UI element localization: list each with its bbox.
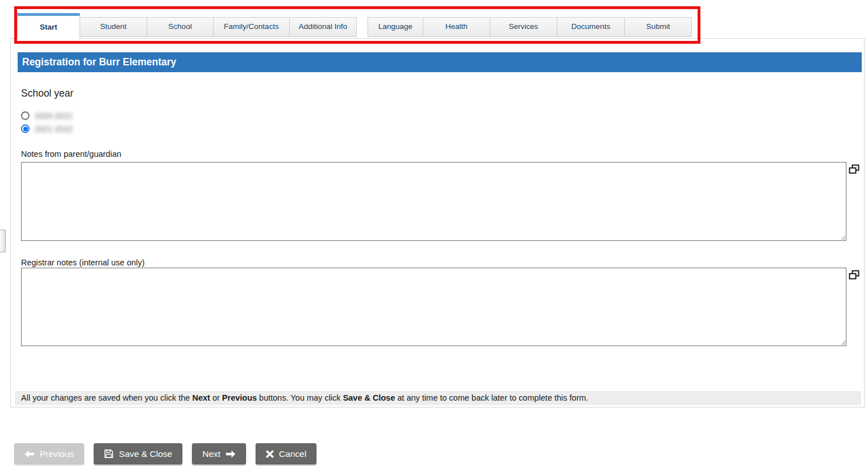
- school-year-label: School year: [21, 88, 73, 99]
- tab-services-label: Services: [509, 22, 539, 31]
- tab-submit[interactable]: Submit: [624, 17, 692, 37]
- form-title-bar: Registration for Burr Elementary: [18, 52, 862, 72]
- cancel-button[interactable]: Cancel: [256, 443, 316, 464]
- tab-language[interactable]: Language: [368, 17, 423, 37]
- previous-button-label: Previous: [40, 449, 74, 459]
- side-panel-handle[interactable]: [0, 230, 6, 252]
- tab-bar: Start Student School Family/Contacts Add…: [17, 13, 692, 39]
- form-title: Registration for Burr Elementary: [22, 56, 176, 68]
- school-year-option-2: 2021-2022: [21, 124, 73, 134]
- cancel-button-label: Cancel: [279, 449, 306, 459]
- tab-documents-label: Documents: [571, 22, 610, 31]
- tab-school[interactable]: School: [147, 17, 214, 37]
- next-button[interactable]: Next: [192, 443, 246, 464]
- autosave-note-text: All your changes are saved when you clic…: [21, 393, 192, 402]
- save-close-button[interactable]: Save & Close: [94, 443, 182, 464]
- registrar-notes-label: Registrar notes (internal use only): [21, 258, 145, 267]
- tab-language-label: Language: [378, 22, 412, 31]
- autosave-note-previous: Previous: [222, 393, 257, 402]
- tab-services[interactable]: Services: [490, 17, 557, 37]
- tab-documents[interactable]: Documents: [557, 17, 625, 37]
- tab-family-contacts-label: Family/Contacts: [224, 22, 279, 31]
- tab-school-label: School: [168, 22, 191, 31]
- tab-submit-label: Submit: [646, 22, 670, 31]
- tab-health[interactable]: Health: [423, 17, 490, 37]
- x-icon: [266, 450, 274, 458]
- tab-family-contacts[interactable]: Family/Contacts: [213, 17, 290, 37]
- school-year-option-1: 2020-2021: [21, 111, 73, 120]
- registration-page: Start Student School Family/Contacts Add…: [0, 0, 868, 466]
- tab-student[interactable]: Student: [80, 17, 147, 37]
- autosave-note-text: or: [210, 393, 222, 402]
- previous-button[interactable]: Previous: [14, 443, 84, 464]
- tab-student-label: Student: [100, 22, 127, 31]
- radio-school-year-2020-2021[interactable]: [21, 111, 30, 120]
- action-buttons: Previous Save & Close Next Cancel: [14, 443, 316, 464]
- form-panel: Registration for Burr Elementary School …: [10, 38, 865, 407]
- autosave-note: All your changes are saved when you clic…: [15, 391, 861, 405]
- save-close-button-label: Save & Close: [119, 449, 172, 459]
- tab-start-label: Start: [40, 23, 57, 32]
- registrar-notes-textarea[interactable]: [21, 268, 846, 346]
- floppy-disk-icon: [104, 449, 114, 459]
- radio-label-2020-2021: 2020-2021: [35, 111, 73, 120]
- radio-school-year-2021-2022[interactable]: [21, 124, 30, 133]
- autosave-note-text: at any time to come back later to comple…: [395, 393, 589, 402]
- tab-health-label: Health: [445, 22, 468, 31]
- registrar-notes-popout-window-icon[interactable]: [849, 270, 859, 281]
- parent-notes-popout-window-icon[interactable]: [849, 164, 859, 175]
- parent-notes-textarea[interactable]: [21, 162, 846, 241]
- autosave-note-save-close: Save & Close: [343, 393, 395, 402]
- arrow-right-icon: [226, 450, 236, 458]
- tab-additional-info[interactable]: Additional Info: [289, 17, 357, 37]
- parent-notes-label: Notes from parent/guardian: [21, 149, 122, 159]
- next-button-label: Next: [202, 449, 220, 459]
- autosave-note-text: buttons. You may click: [257, 393, 343, 402]
- autosave-note-next: Next: [192, 393, 210, 402]
- tab-start[interactable]: Start: [17, 13, 80, 39]
- arrow-left-icon: [24, 450, 35, 458]
- radio-label-2021-2022: 2021-2022: [35, 124, 73, 134]
- tab-additional-info-label: Additional Info: [299, 22, 348, 31]
